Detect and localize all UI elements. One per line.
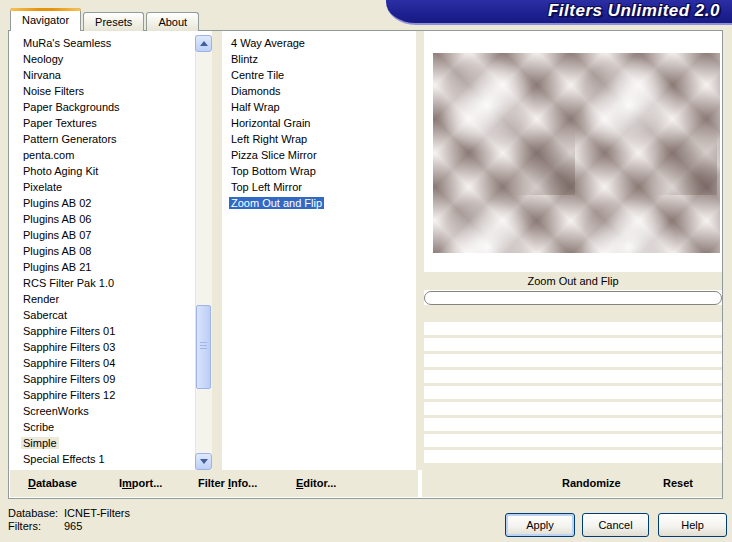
tab-navigator[interactable]: Navigator <box>10 8 81 31</box>
parameter-area <box>424 305 722 470</box>
scroll-down-button[interactable] <box>195 453 212 470</box>
list-item[interactable]: Plugins AB 08 <box>14 243 195 259</box>
parameter-row <box>424 402 722 415</box>
apply-button[interactable]: Apply <box>505 513 575 537</box>
list-item-label: Sapphire Filters 09 <box>21 373 117 385</box>
list-item[interactable]: Top Bottom Wrap <box>222 163 416 179</box>
main-panel: MuRa's SeamlessNeologyNirvanaNoise Filte… <box>8 30 723 499</box>
list-item[interactable]: Sapphire Filters 12 <box>14 387 195 403</box>
list-item-label: Sapphire Filters 03 <box>21 341 117 353</box>
list-item[interactable]: Left Right Wrap <box>222 131 416 147</box>
list-item[interactable]: Pattern Generators <box>14 131 195 147</box>
title-banner: Filters Unlimited 2.0 <box>386 0 732 25</box>
list-item-label: Simple <box>21 437 59 449</box>
list-item[interactable]: Blintz <box>222 51 416 67</box>
label-part: port... <box>132 477 163 489</box>
tab-presets[interactable]: Presets <box>83 12 144 31</box>
randomize-button[interactable]: Randomize <box>562 470 621 497</box>
list-item-label: Sapphire Filters 01 <box>21 325 117 337</box>
list-item-label: Nirvana <box>21 69 63 81</box>
scroll-up-button[interactable] <box>195 35 212 52</box>
list-item-label: Noise Filters <box>21 85 86 97</box>
filter-info-button[interactable]: Filter Info... <box>198 470 257 497</box>
list-item[interactable]: Paper Textures <box>14 115 195 131</box>
list-item-label: Zoom Out and Flip <box>229 197 324 209</box>
tab-label: Navigator <box>22 14 69 26</box>
list-item[interactable]: Sapphire Filters 03 <box>14 339 195 355</box>
help-button[interactable]: Help <box>658 513 727 537</box>
list-item[interactable]: ScreenWorks <box>14 403 195 419</box>
toolbar-right: Randomize Reset <box>422 470 722 497</box>
scrollbar-thumb[interactable] <box>196 305 211 389</box>
list-item[interactable]: Pixelate <box>14 179 195 195</box>
list-item[interactable]: Sapphire Filters 09 <box>14 371 195 387</box>
tab-label: About <box>158 16 187 28</box>
list-item[interactable]: Neology <box>14 51 195 67</box>
list-item[interactable]: Nirvana <box>14 67 195 83</box>
list-item-label: Left Right Wrap <box>229 133 309 145</box>
label-part: atabase <box>36 477 77 489</box>
filters-unlimited-dialog: Filters Unlimited 2.0 Navigator Presets … <box>0 0 732 542</box>
list-item-label: Sapphire Filters 12 <box>21 389 117 401</box>
list-item[interactable]: Top Left Mirror <box>222 179 416 195</box>
divider <box>212 31 222 470</box>
tab-about[interactable]: About <box>146 12 199 31</box>
list-item[interactable]: Scribe <box>14 419 195 435</box>
preview-pane: Zoom Out and Flip <box>424 31 722 470</box>
list-item[interactable]: Sabercat <box>14 307 195 323</box>
list-item[interactable]: Sapphire Filters 04 <box>14 355 195 371</box>
list-item[interactable]: Plugins AB 21 <box>14 259 195 275</box>
parameter-row <box>424 434 722 447</box>
import-button[interactable]: Import... <box>119 470 162 497</box>
list-item-label: 4 Way Average <box>229 37 307 49</box>
parameter-slider[interactable] <box>424 291 722 305</box>
list-item[interactable]: Simple <box>14 435 195 451</box>
list-item[interactable]: Pizza Slice Mirror <box>222 147 416 163</box>
list-item-label: Plugins AB 21 <box>21 261 94 273</box>
list-item[interactable]: Diamonds <box>222 83 416 99</box>
list-item-label: Plugins AB 02 <box>21 197 94 209</box>
list-item-label: Paper Textures <box>21 117 99 129</box>
category-list: MuRa's SeamlessNeologyNirvanaNoise Filte… <box>14 35 195 470</box>
list-item-label: Half Wrap <box>229 101 282 113</box>
list-item[interactable]: Plugins AB 06 <box>14 211 195 227</box>
list-item-label: Pizza Slice Mirror <box>229 149 319 161</box>
status-filters-label: Filters: <box>8 520 62 532</box>
label-mnemonic: m <box>122 477 132 489</box>
parameter-row <box>424 418 722 431</box>
list-item[interactable]: Paper Backgrounds <box>14 99 195 115</box>
list-item[interactable]: Render <box>14 291 195 307</box>
list-item-label: Plugins AB 08 <box>21 245 94 257</box>
list-item[interactable]: Half Wrap <box>222 99 416 115</box>
list-item-label: Render <box>21 293 61 305</box>
list-item[interactable]: Horizontal Grain <box>222 115 416 131</box>
reset-button[interactable]: Reset <box>663 470 693 497</box>
database-button[interactable]: Database <box>28 470 77 497</box>
list-item[interactable]: MuRa's Seamless <box>14 35 195 51</box>
list-item-label: Neology <box>21 53 65 65</box>
list-item-label: Top Bottom Wrap <box>229 165 318 177</box>
category-list-scrollbar[interactable] <box>195 35 212 470</box>
parameter-row <box>424 322 722 335</box>
list-item[interactable]: Sapphire Filters 01 <box>14 323 195 339</box>
cancel-button[interactable]: Cancel <box>582 513 649 537</box>
list-item-label: Pixelate <box>21 181 64 193</box>
list-item[interactable]: 4 Way Average <box>222 35 416 51</box>
divider <box>416 31 424 470</box>
list-item[interactable]: Plugins AB 07 <box>14 227 195 243</box>
status-filters-value: 965 <box>64 520 82 532</box>
list-item-label: MuRa's Seamless <box>21 37 113 49</box>
label-part: Filter <box>198 477 228 489</box>
label-part: ditor... <box>303 477 336 489</box>
list-item[interactable]: RCS Filter Pak 1.0 <box>14 275 195 291</box>
editor-button[interactable]: Editor... <box>296 470 336 497</box>
list-item[interactable]: Special Effects 1 <box>14 451 195 467</box>
list-item[interactable]: Noise Filters <box>14 83 195 99</box>
list-item-label: Blintz <box>229 53 260 65</box>
list-item[interactable]: Centre Tile <box>222 67 416 83</box>
list-item[interactable]: Zoom Out and Flip <box>222 195 416 211</box>
list-item-label: RCS Filter Pak 1.0 <box>21 277 116 289</box>
list-item[interactable]: penta.com <box>14 147 195 163</box>
list-item[interactable]: Plugins AB 02 <box>14 195 195 211</box>
list-item[interactable]: Photo Aging Kit <box>14 163 195 179</box>
